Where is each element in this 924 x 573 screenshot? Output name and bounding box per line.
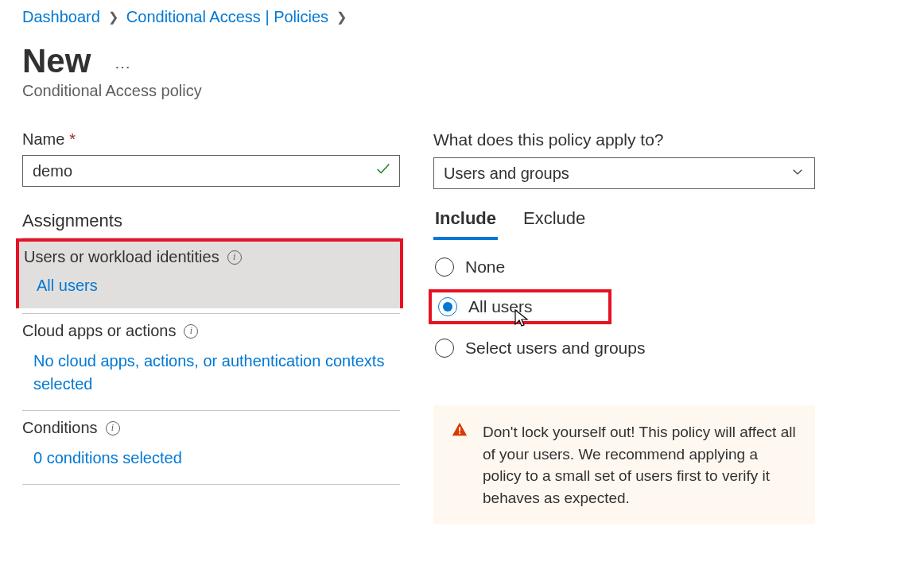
assignment-cloud-apps-title: Cloud apps or actions i xyxy=(22,322,400,340)
dropdown-value: Users and groups xyxy=(444,165,569,183)
page-title: New xyxy=(22,42,91,80)
radio-select-label: Select users and groups xyxy=(465,339,645,358)
include-radio-group: None All users Select users and groups xyxy=(433,254,815,361)
right-column: What does this policy apply to? Users an… xyxy=(433,130,815,525)
warning-message: Don't lock yourself out! This policy wil… xyxy=(433,405,815,525)
page-subtitle: Conditional Access policy xyxy=(22,82,902,100)
info-icon[interactable]: i xyxy=(227,250,242,265)
breadcrumb: Dashboard ❯ Conditional Access | Policie… xyxy=(22,8,902,26)
include-exclude-tabs: Include Exclude xyxy=(433,203,815,240)
name-input[interactable] xyxy=(22,155,400,187)
assignment-users[interactable]: Users or workload identities i All users xyxy=(16,238,403,308)
tab-exclude[interactable]: Exclude xyxy=(522,203,587,240)
svg-rect-0 xyxy=(459,427,460,432)
info-icon[interactable]: i xyxy=(184,324,198,339)
radio-none[interactable]: None xyxy=(433,254,815,280)
assignment-users-value[interactable]: All users xyxy=(22,274,395,297)
assignment-conditions-title: Conditions i xyxy=(22,419,400,437)
assignment-users-title: Users or workload identities i xyxy=(22,248,395,266)
apply-to-dropdown[interactable]: Users and groups xyxy=(433,157,815,189)
name-label: Name * xyxy=(22,130,400,149)
radio-none-label: None xyxy=(465,257,505,277)
chevron-right-icon: ❯ xyxy=(336,10,347,25)
more-actions-button[interactable]: ⋯ xyxy=(115,57,132,76)
checkmark-icon xyxy=(375,160,392,182)
page-header: New ⋯ xyxy=(22,42,902,80)
required-asterisk: * xyxy=(69,130,76,149)
chevron-right-icon: ❯ xyxy=(108,10,118,25)
assignments-heading: Assignments xyxy=(22,211,400,238)
svg-rect-1 xyxy=(459,432,460,434)
chevron-down-icon xyxy=(790,165,805,183)
radio-all-users[interactable]: All users xyxy=(429,289,611,324)
tab-include[interactable]: Include xyxy=(433,203,498,240)
info-icon[interactable]: i xyxy=(106,421,120,436)
warning-text: Don't lock yourself out! This policy wil… xyxy=(483,424,796,506)
assignment-cloud-apps[interactable]: Cloud apps or actions i No cloud apps, a… xyxy=(22,314,400,411)
assignment-conditions-value[interactable]: 0 conditions selected xyxy=(22,447,400,470)
assignment-cloud-apps-value[interactable]: No cloud apps, actions, or authenticatio… xyxy=(22,350,400,396)
radio-select-users-groups[interactable]: Select users and groups xyxy=(433,335,815,361)
radio-all-users-label: All users xyxy=(468,297,533,316)
apply-to-label: What does this policy apply to? xyxy=(433,130,815,149)
left-column: Name * Assignments Users or workload ide… xyxy=(22,130,400,525)
breadcrumb-dashboard[interactable]: Dashboard xyxy=(22,8,100,26)
warning-icon xyxy=(451,421,468,445)
breadcrumb-policies[interactable]: Conditional Access | Policies xyxy=(126,8,328,26)
assignment-conditions[interactable]: Conditions i 0 conditions selected xyxy=(22,411,400,485)
